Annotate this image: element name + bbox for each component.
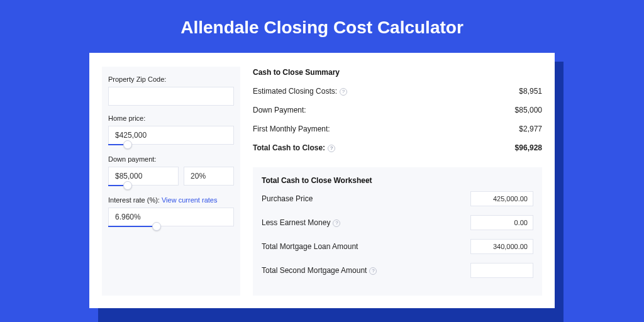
summary-row-value: $2,977	[519, 125, 542, 133]
help-icon[interactable]: ?	[328, 145, 335, 152]
view-rates-link[interactable]: View current rates	[162, 196, 217, 204]
summary-row: Total Cash to Close:?$96,928	[253, 140, 542, 158]
summary-row-label: Total Cash to Close:?	[253, 143, 335, 152]
worksheet-row-label: Total Mortgage Loan Amount	[262, 242, 358, 251]
down-payment-input[interactable]	[108, 167, 179, 186]
inputs-panel: Property Zip Code: Home price: Down paym…	[102, 67, 240, 296]
calculator-card-wrap: Property Zip Code: Home price: Down paym…	[89, 53, 555, 308]
summary-row: First Monthly Payment:$2,977	[253, 121, 542, 140]
worksheet-value-input[interactable]	[470, 239, 533, 254]
results-panel: Cash to Close Summary Estimated Closing …	[253, 67, 542, 296]
worksheet-row: Total Mortgage Loan Amount	[262, 239, 533, 254]
field-home-price: Home price:	[108, 114, 234, 147]
summary-row-label: First Monthly Payment:	[253, 125, 330, 133]
slider-thumb[interactable]	[152, 222, 161, 231]
summary-row: Down Payment:$85,000	[253, 102, 542, 121]
worksheet-title: Total Cash to Close Worksheet	[262, 176, 533, 185]
summary-row-label: Down Payment:	[253, 106, 306, 114]
worksheet-value-input[interactable]	[470, 191, 533, 206]
home-price-label: Home price:	[108, 114, 234, 122]
worksheet-row-label: Less Earnest Money?	[262, 218, 340, 227]
worksheet-section: Total Cash to Close Worksheet Purchase P…	[253, 167, 542, 296]
worksheet-row: Purchase Price	[262, 191, 533, 206]
calculator-card: Property Zip Code: Home price: Down paym…	[89, 53, 555, 308]
summary-row: Estimated Closing Costs:?$8,951	[253, 83, 542, 102]
summary-row-label: Estimated Closing Costs:?	[253, 87, 347, 96]
field-interest-rate: Interest rate (%): View current rates	[108, 196, 234, 228]
worksheet-row-label: Purchase Price	[262, 194, 313, 203]
summary-title: Cash to Close Summary	[253, 68, 542, 77]
zip-input[interactable]	[108, 87, 234, 106]
summary-row-value: $85,000	[515, 106, 542, 114]
worksheet-value-input[interactable]	[470, 263, 533, 278]
page-title: Allendale Closing Cost Calculator	[180, 18, 464, 38]
slider-thumb[interactable]	[123, 140, 132, 149]
home-price-slider[interactable]	[108, 144, 234, 147]
summary-row-value: $96,928	[515, 143, 542, 152]
down-payment-pct-input[interactable]	[184, 167, 234, 186]
worksheet-value-input[interactable]	[470, 215, 533, 230]
worksheet-row: Total Second Mortgage Amount?	[262, 263, 533, 278]
interest-rate-label: Interest rate (%): View current rates	[108, 196, 234, 204]
summary-section: Cash to Close Summary Estimated Closing …	[253, 68, 542, 158]
slider-thumb[interactable]	[123, 181, 132, 190]
field-zip: Property Zip Code:	[108, 75, 234, 106]
interest-rate-input[interactable]	[108, 208, 234, 226]
rate-label-text: Interest rate (%):	[108, 196, 162, 204]
interest-rate-slider[interactable]	[108, 226, 234, 228]
field-down-payment: Down payment:	[108, 155, 234, 187]
help-icon[interactable]: ?	[369, 267, 377, 275]
summary-row-value: $8,951	[519, 87, 542, 96]
worksheet-row: Less Earnest Money?	[262, 215, 533, 230]
worksheet-row-label: Total Second Mortgage Amount?	[262, 266, 377, 275]
help-icon[interactable]: ?	[333, 219, 340, 227]
down-payment-label: Down payment:	[108, 155, 234, 163]
down-payment-slider[interactable]	[108, 185, 182, 187]
zip-label: Property Zip Code:	[108, 75, 234, 83]
help-icon[interactable]: ?	[340, 88, 347, 96]
